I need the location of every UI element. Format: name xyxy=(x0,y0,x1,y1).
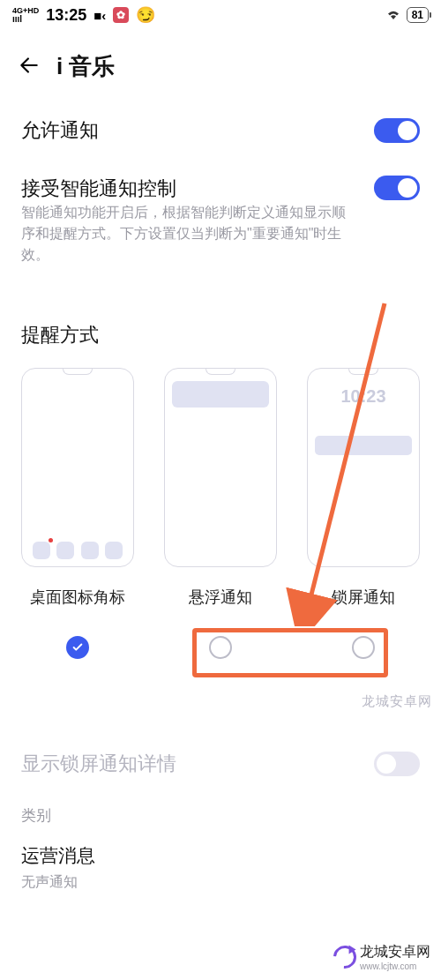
ls-detail-row: 显示锁屏通知详情 xyxy=(0,712,441,786)
back-icon[interactable] xyxy=(18,54,41,80)
lockscreen-mock: 10:23 xyxy=(307,368,420,567)
page-title: i 音乐 xyxy=(56,51,115,82)
option-lockscreen-label: 锁屏通知 xyxy=(332,587,395,608)
watermark-badge: 龙城安卓网 www.lcjtw.com xyxy=(333,943,430,971)
smart-control-label: 接受智能通知控制 xyxy=(21,176,374,202)
signal-icon: 4G+HDıııl xyxy=(12,6,39,24)
banner-mock xyxy=(164,368,277,567)
remind-title: 提醒方式 xyxy=(0,290,441,357)
watermark-url: www.lcjtw.com xyxy=(360,961,430,971)
lockscreen-time: 10:23 xyxy=(308,386,419,407)
ls-detail-label: 显示锁屏通知详情 xyxy=(21,751,176,777)
allow-notif-row: 允许通知 xyxy=(0,96,441,154)
option-lockscreen-radio[interactable] xyxy=(352,636,375,659)
app-icon-red: ✿ xyxy=(113,7,129,23)
battery-icon: 81 xyxy=(407,7,429,23)
option-badge-label: 桌面图标角标 xyxy=(30,587,125,608)
smart-control-desc: 智能通知功能开启后，根据智能判断定义通知显示顺序和提醒方式。下方设置仅当判断为"… xyxy=(21,202,356,280)
option-banner-label: 悬浮通知 xyxy=(189,587,252,608)
status-right: 81 xyxy=(385,7,429,23)
option-badge-radio[interactable] xyxy=(66,636,89,659)
allow-notif-label: 允许通知 xyxy=(21,117,99,144)
option-banner[interactable]: 悬浮通知 xyxy=(164,368,277,659)
option-banner-radio[interactable] xyxy=(209,636,232,659)
option-badge[interactable]: 桌面图标角标 xyxy=(21,368,134,659)
remind-options: 桌面图标角标 悬浮通知 10:23 锁屏通知 xyxy=(0,357,441,659)
wifi-icon xyxy=(385,8,401,23)
status-time: 13:25 xyxy=(46,6,86,25)
smart-control-row: 接受智能通知控制 智能通知功能开启后，根据智能判断定义通知显示顺序和提醒方式。下… xyxy=(0,154,441,290)
category-item-sub: 无声通知 xyxy=(21,873,420,892)
allow-notif-toggle[interactable] xyxy=(374,118,420,143)
nav-bar: i 音乐 xyxy=(0,30,441,96)
network-label: 4G+HD xyxy=(12,6,39,15)
badge-mock xyxy=(21,368,134,567)
camera-icon: ■‹ xyxy=(93,8,106,23)
ls-detail-toggle[interactable] xyxy=(374,752,420,776)
category-title: 类别 xyxy=(0,786,441,829)
status-bar: 4G+HDıııl 13:25 ■‹ ✿ 😏 81 xyxy=(0,0,441,30)
category-item[interactable]: 运营消息 无声通知 xyxy=(0,829,441,895)
status-left: 4G+HDıııl 13:25 ■‹ ✿ 😏 xyxy=(12,5,155,25)
option-lockscreen[interactable]: 10:23 锁屏通知 xyxy=(307,368,420,659)
category-item-title: 运营消息 xyxy=(21,843,420,868)
emoji-icon: 😏 xyxy=(136,5,155,25)
watermark-logo-icon xyxy=(329,941,362,974)
watermark-text: 龙城安卓网 xyxy=(362,693,432,710)
watermark-brand: 龙城安卓网 xyxy=(360,943,430,961)
smart-control-toggle[interactable] xyxy=(374,176,420,200)
